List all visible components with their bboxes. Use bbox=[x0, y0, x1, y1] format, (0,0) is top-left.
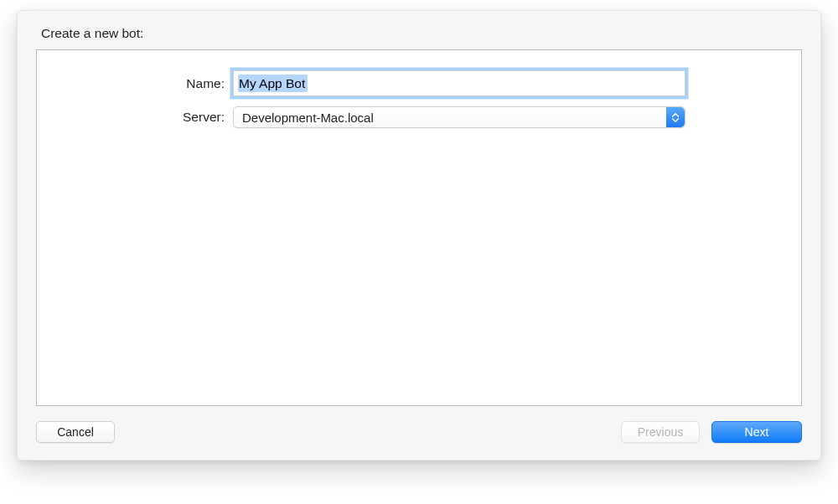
name-label: Name: bbox=[37, 76, 233, 91]
server-select[interactable]: Development-Mac.local bbox=[233, 106, 685, 128]
server-row: Server: Development-Mac.local bbox=[37, 106, 801, 128]
cancel-button[interactable]: Cancel bbox=[36, 421, 115, 443]
form-panel: Name: My App Bot Server: Development-Mac… bbox=[36, 49, 802, 406]
sheet-title: Create a new bot: bbox=[41, 26, 802, 41]
updown-icon bbox=[666, 107, 685, 127]
next-button[interactable]: Next bbox=[711, 421, 802, 443]
create-bot-sheet: Create a new bot: Name: My App Bot Serve… bbox=[17, 10, 821, 460]
server-select-value: Development-Mac.local bbox=[242, 111, 374, 125]
server-label: Server: bbox=[37, 110, 233, 125]
name-input[interactable]: My App Bot bbox=[233, 70, 685, 96]
previous-button: Previous bbox=[621, 421, 700, 443]
button-bar: Cancel Previous Next bbox=[36, 421, 802, 443]
name-row: Name: My App Bot bbox=[37, 70, 801, 96]
